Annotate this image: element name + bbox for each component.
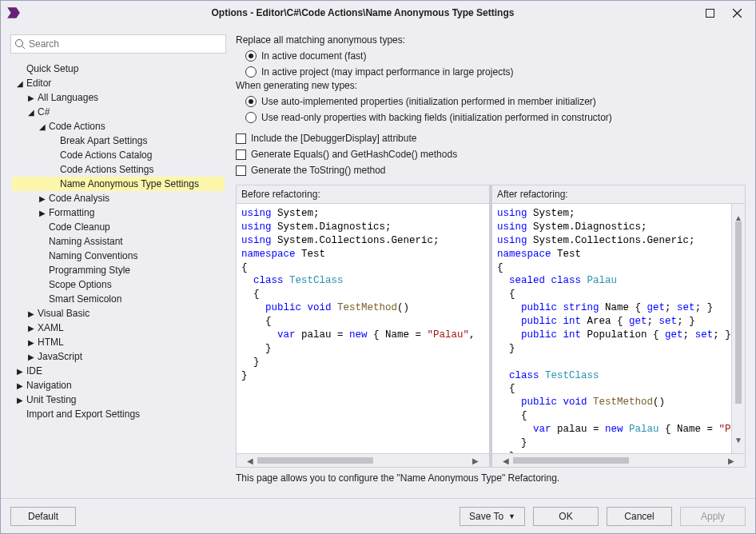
scroll-thumb[interactable] <box>735 221 742 404</box>
app-icon <box>6 5 22 21</box>
tree-label: All Languages <box>38 92 98 103</box>
scroll-down-icon[interactable]: ▼ <box>734 436 742 444</box>
label: Use auto-implemented properties (initial… <box>261 96 596 107</box>
checkbox-icon <box>236 165 246 176</box>
scroll-up-icon[interactable]: ▲ <box>734 213 742 221</box>
label: OK <box>559 511 572 522</box>
tree-javascript[interactable]: ▶JavaScript <box>12 349 225 364</box>
tree-label: Formatting <box>49 207 94 218</box>
scroll-right-icon[interactable]: ▶ <box>727 456 735 464</box>
tree-code-analysis[interactable]: ▶Code Analysis <box>12 191 225 205</box>
tree-label: Code Actions Catalog <box>60 149 152 161</box>
tree-label: Code Cleanup <box>49 221 110 233</box>
chevron-down-icon: ▼ <box>508 512 515 520</box>
label: Default <box>28 511 58 522</box>
scroll-right-icon[interactable]: ▶ <box>472 456 479 464</box>
scroll-track[interactable] <box>735 221 742 436</box>
radio-active-document[interactable]: In active document (fast) <box>236 48 746 64</box>
tree-label: Code Actions <box>49 121 105 132</box>
tree-code-actions[interactable]: ◢Code Actions <box>12 119 225 134</box>
scroll-left-icon[interactable]: ◀ <box>246 456 254 464</box>
tree-label: Quick Setup <box>26 63 78 74</box>
tree-break-apart[interactable]: ▶Break Apart Settings <box>12 134 225 148</box>
tree-smart-semicolon[interactable]: ▶Smart Semicolon <box>12 292 225 306</box>
tree-catalog[interactable]: ▶Code Actions Catalog <box>12 148 225 162</box>
after-code: using System; using System.Diagnostics; … <box>492 204 745 453</box>
tree-programming-style[interactable]: ▶Programming Style <box>12 263 225 277</box>
tree-label: Scope Options <box>49 279 112 290</box>
tree-label: Smart Semicolon <box>49 293 121 305</box>
tree-label: C# <box>38 106 50 118</box>
before-hscroll[interactable]: ◀ ▶ <box>237 453 489 467</box>
tree-formatting[interactable]: ▶Formatting <box>12 205 225 220</box>
label: Use read-only properties with backing fi… <box>261 112 612 123</box>
check-tostring[interactable]: Generate the ToString() method <box>236 162 746 178</box>
tree-naming-assistant[interactable]: ▶Naming Assistant <box>12 234 225 249</box>
tree-all-languages[interactable]: ▶All Languages <box>12 90 225 105</box>
options-tree[interactable]: ▶Quick Setup ◢Editor ▶All Languages ◢C# … <box>10 58 226 488</box>
checkbox-icon <box>236 134 246 144</box>
after-header: After refactoring: <box>492 185 745 204</box>
search-icon <box>14 38 26 50</box>
label: In active document (fast) <box>261 50 366 62</box>
tree-ca-settings[interactable]: ▶Code Actions Settings <box>12 162 225 177</box>
radio-icon <box>245 50 257 62</box>
label: Replace all matching anonymous types: <box>236 34 405 46</box>
search-input[interactable] <box>14 38 222 50</box>
tree-csharp[interactable]: ◢C# <box>12 105 225 119</box>
label: Generate the ToString() method <box>251 165 386 176</box>
scroll-track[interactable] <box>257 457 468 464</box>
radio-auto-properties[interactable]: Use auto-implemented properties (initial… <box>236 94 746 110</box>
scroll-left-icon[interactable]: ◀ <box>502 456 510 464</box>
tree-label: Programming Style <box>49 265 130 276</box>
tree-label: Import and Export Settings <box>26 408 140 420</box>
close-button[interactable] <box>723 3 750 22</box>
tree-label: Editor <box>26 78 51 89</box>
label: In active project (may impact performanc… <box>261 66 513 78</box>
window-title: Options - Editor\C#\Code Actions\Name An… <box>30 7 696 18</box>
scroll-track[interactable] <box>513 457 724 464</box>
label: Cancel <box>624 511 654 522</box>
tree-html[interactable]: ▶HTML <box>12 335 225 349</box>
tree-label: Navigation <box>26 380 72 391</box>
tree-label: Visual Basic <box>38 308 90 319</box>
tree-name-anonymous[interactable]: ▶Name Anonymous Type Settings <box>12 177 225 191</box>
radio-icon <box>245 96 257 107</box>
tree-import-export[interactable]: ▶Import and Export Settings <box>12 407 225 421</box>
tree-navigation[interactable]: ▶Navigation <box>12 378 225 393</box>
radio-icon <box>245 66 257 78</box>
radio-readonly-properties[interactable]: Use read-only properties with backing fi… <box>236 110 746 126</box>
tree-quick-setup[interactable]: ▶Quick Setup <box>12 62 225 76</box>
tree-scope-options[interactable]: ▶Scope Options <box>12 277 225 292</box>
tree-editor[interactable]: ◢Editor <box>12 76 225 90</box>
svg-rect-1 <box>706 9 714 17</box>
label: Save To <box>469 511 503 522</box>
maximize-button[interactable] <box>696 3 723 22</box>
cancel-button[interactable]: Cancel <box>607 507 672 526</box>
tree-unit-testing[interactable]: ▶Unit Testing <box>12 393 225 407</box>
save-to-button[interactable]: Save To▼ <box>460 507 525 526</box>
right-panel: Replace all matching anonymous types: In… <box>236 34 746 488</box>
tree-xaml[interactable]: ▶XAML <box>12 321 225 335</box>
default-button[interactable]: Default <box>10 507 76 526</box>
ok-button[interactable]: OK <box>533 507 599 526</box>
svg-marker-0 <box>7 7 20 18</box>
radio-active-project[interactable]: In active project (may impact performanc… <box>236 64 746 80</box>
after-hscroll[interactable]: ◀ ▶ <box>492 453 745 467</box>
apply-button[interactable]: Apply <box>680 507 746 526</box>
label: Include the [DebuggerDisplay] attribute <box>251 133 416 144</box>
search-box[interactable] <box>10 34 226 54</box>
after-vscroll[interactable]: ▲ ▼ <box>731 204 745 453</box>
scroll-thumb[interactable] <box>513 457 629 464</box>
tree-label: Break Apart Settings <box>60 135 147 146</box>
check-debuggerdisplay[interactable]: Include the [DebuggerDisplay] attribute <box>236 130 746 146</box>
radio-icon <box>245 112 257 123</box>
scroll-thumb[interactable] <box>257 457 373 464</box>
tree-label: XAML <box>38 322 64 333</box>
tree-label: HTML <box>38 337 64 348</box>
tree-ide[interactable]: ▶IDE <box>12 364 225 378</box>
tree-naming-conventions[interactable]: ▶Naming Conventions <box>12 249 225 263</box>
tree-visual-basic[interactable]: ▶Visual Basic <box>12 306 225 321</box>
tree-code-cleanup[interactable]: ▶Code Cleanup <box>12 220 225 234</box>
check-equals-hashcode[interactable]: Generate Equals() and GetHashCode() meth… <box>236 146 746 162</box>
